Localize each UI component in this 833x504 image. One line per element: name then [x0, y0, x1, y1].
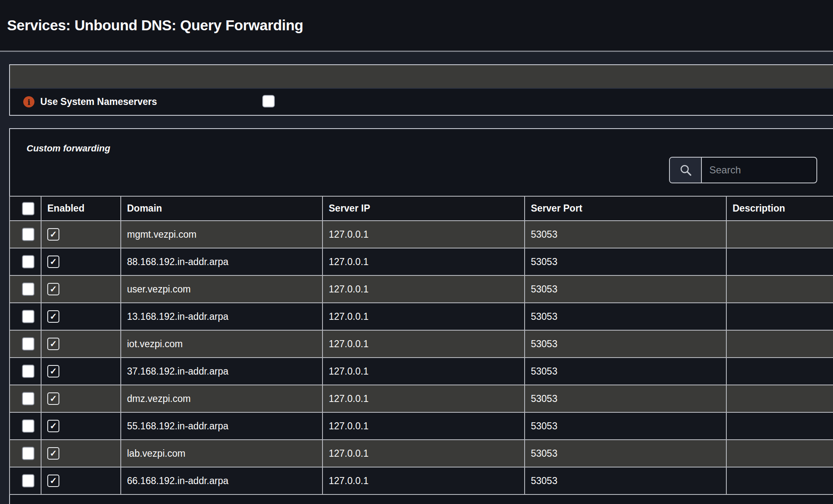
description-cell — [726, 248, 833, 275]
description-cell — [726, 330, 833, 358]
table-row: ✓66.168.192.in-addr.arpa127.0.0.153053 — [10, 467, 833, 494]
server-port-cell: 53053 — [525, 467, 726, 494]
enabled-cell: ✓ — [41, 330, 121, 358]
description-cell — [726, 440, 833, 467]
nameservers-panel-heading — [10, 65, 833, 89]
enabled-checkbox[interactable]: ✓ — [47, 228, 59, 241]
domain-cell: dmz.vezpi.com — [121, 385, 322, 412]
row-select-checkbox[interactable] — [22, 447, 34, 460]
table-row: ✓iot.vezpi.com127.0.0.153053 — [10, 330, 833, 358]
enabled-checkbox[interactable]: ✓ — [47, 310, 59, 323]
row-select-checkbox[interactable] — [22, 419, 34, 433]
row-select-checkbox[interactable] — [22, 337, 34, 351]
server-port-cell: 53053 — [525, 385, 726, 412]
domain-cell: 37.168.192.in-addr.arpa — [121, 358, 322, 385]
enabled-checkbox[interactable]: ✓ — [47, 447, 59, 460]
server-port-cell: 53053 — [525, 412, 726, 440]
search-group — [669, 157, 817, 183]
server-ip-cell: 127.0.0.1 — [322, 248, 525, 275]
domain-cell: mgmt.vezpi.com — [121, 221, 322, 248]
server-ip-cell: 127.0.0.1 — [322, 440, 525, 467]
description-cell — [726, 275, 833, 303]
use-system-nameservers-row: i Use System Nameservers — [10, 89, 833, 115]
table-row: ✓37.168.192.in-addr.arpa127.0.0.153053 — [10, 358, 833, 385]
enabled-checkbox[interactable]: ✓ — [47, 338, 59, 350]
domain-cell: 66.168.192.in-addr.arpa — [121, 467, 322, 494]
enabled-cell: ✓ — [41, 275, 121, 303]
enabled-cell: ✓ — [41, 385, 121, 412]
enabled-checkbox[interactable]: ✓ — [47, 475, 59, 487]
row-select-cell — [10, 303, 41, 330]
row-select-checkbox[interactable] — [22, 365, 34, 378]
enabled-checkbox[interactable]: ✓ — [47, 392, 59, 405]
domain-cell: iot.vezpi.com — [121, 330, 322, 358]
enabled-cell: ✓ — [41, 440, 121, 467]
server-port-cell: 53053 — [525, 303, 726, 330]
column-header-enabled: Enabled — [41, 196, 121, 221]
domain-cell: 55.168.192.in-addr.arpa — [121, 412, 322, 440]
server-ip-cell: 127.0.0.1 — [322, 467, 525, 494]
enabled-cell: ✓ — [41, 303, 121, 330]
select-all-header-cell — [10, 196, 41, 221]
row-select-cell — [10, 248, 41, 275]
enabled-checkbox[interactable]: ✓ — [47, 420, 59, 432]
server-port-cell: 53053 — [525, 330, 726, 358]
row-select-cell — [10, 275, 41, 303]
domain-cell: 88.168.192.in-addr.arpa — [121, 248, 322, 275]
forwarding-table: EnabledDomainServer IPServer PortDescrip… — [9, 196, 833, 495]
row-select-checkbox[interactable] — [22, 255, 34, 268]
table-header-row: EnabledDomainServer IPServer PortDescrip… — [10, 196, 833, 221]
table-row: ✓88.168.192.in-addr.arpa127.0.0.153053 — [10, 248, 833, 275]
row-select-cell — [10, 440, 41, 467]
search-input[interactable] — [702, 158, 816, 183]
page-header: Services: Unbound DNS: Query Forwarding — [0, 0, 833, 52]
domain-cell: user.vezpi.com — [121, 275, 322, 303]
server-ip-cell: 127.0.0.1 — [322, 221, 525, 248]
table-row: ✓user.vezpi.com127.0.0.153053 — [10, 275, 833, 303]
domain-cell: lab.vezpi.com — [121, 440, 322, 467]
column-header-description: Description — [726, 196, 833, 221]
table-row: ✓dmz.vezpi.com127.0.0.153053 — [10, 385, 833, 412]
enabled-checkbox[interactable]: ✓ — [47, 283, 59, 295]
nameservers-panel: i Use System Nameservers — [9, 64, 833, 116]
table-row: ✓lab.vezpi.com127.0.0.153053 — [10, 440, 833, 467]
page-title: Services: Unbound DNS: Query Forwarding — [7, 17, 303, 34]
use-system-nameservers-label: Use System Nameservers — [40, 96, 157, 107]
info-icon: i — [23, 96, 34, 107]
domain-cell: 13.168.192.in-addr.arpa — [121, 303, 322, 330]
row-select-cell — [10, 358, 41, 385]
table-row: ✓55.168.192.in-addr.arpa127.0.0.153053 — [10, 412, 833, 440]
enabled-cell: ✓ — [41, 412, 121, 440]
column-header-domain: Domain — [121, 196, 322, 221]
description-cell — [726, 467, 833, 494]
row-select-checkbox[interactable] — [22, 282, 34, 296]
enabled-checkbox[interactable]: ✓ — [47, 256, 59, 268]
column-header-server-port: Server Port — [525, 196, 726, 221]
table-row: ✓mgmt.vezpi.com127.0.0.153053 — [10, 221, 833, 248]
server-port-cell: 53053 — [525, 440, 726, 467]
row-select-checkbox[interactable] — [22, 474, 34, 487]
search-icon — [670, 158, 702, 183]
row-select-checkbox[interactable] — [22, 310, 34, 323]
enabled-cell: ✓ — [41, 221, 121, 248]
row-select-checkbox[interactable] — [22, 228, 34, 241]
row-select-cell — [10, 385, 41, 412]
server-ip-cell: 127.0.0.1 — [322, 275, 525, 303]
row-select-cell — [10, 412, 41, 440]
column-header-server-ip: Server IP — [322, 196, 525, 221]
description-cell — [726, 385, 833, 412]
server-port-cell: 53053 — [525, 358, 726, 385]
select-all-checkbox[interactable] — [22, 202, 34, 215]
row-select-cell — [10, 467, 41, 494]
table-header: EnabledDomainServer IPServer PortDescrip… — [10, 196, 833, 221]
row-select-checkbox[interactable] — [22, 392, 34, 405]
server-port-cell: 53053 — [525, 248, 726, 275]
enabled-checkbox[interactable]: ✓ — [47, 365, 59, 377]
use-system-nameservers-checkbox[interactable] — [262, 95, 275, 107]
row-select-cell — [10, 330, 41, 358]
description-cell — [726, 358, 833, 385]
custom-forwarding-title: Custom forwarding — [10, 129, 833, 154]
server-ip-cell: 127.0.0.1 — [322, 385, 525, 412]
custom-forwarding-panel: Custom forwarding EnabledDomainServer IP… — [9, 128, 833, 504]
description-cell — [726, 412, 833, 440]
